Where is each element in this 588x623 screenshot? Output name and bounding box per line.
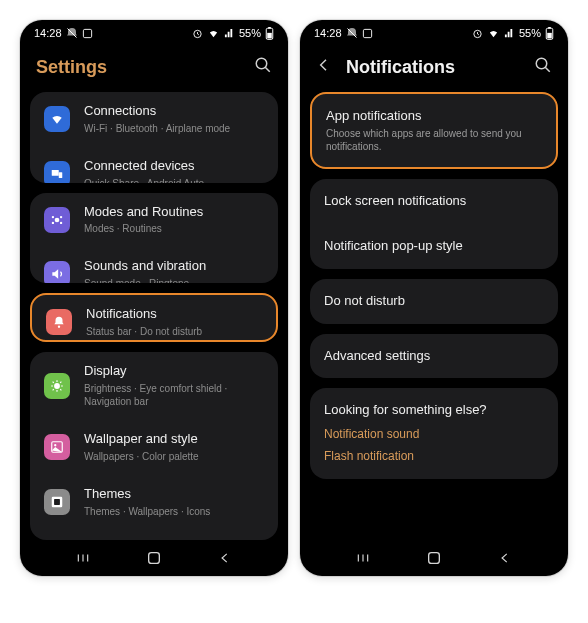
svg-point-5	[256, 58, 267, 69]
svg-point-14	[54, 383, 60, 389]
row-title: Advanced settings	[324, 348, 544, 365]
settings-row-wallpaper-and-style[interactable]: Wallpaper and styleWallpapers · Color pa…	[30, 419, 278, 474]
badge-icon	[362, 28, 373, 39]
row-subtitle: Quick Share · Android Auto	[84, 177, 264, 183]
themes-icon	[44, 489, 70, 515]
wifi-icon	[44, 106, 70, 132]
nav-home[interactable]	[134, 550, 174, 566]
page-header: Notifications	[300, 46, 568, 92]
back-button[interactable]	[316, 57, 332, 77]
signal-icon	[224, 28, 235, 39]
svg-rect-3	[268, 27, 271, 28]
svg-rect-23	[548, 27, 551, 28]
svg-point-25	[536, 58, 547, 69]
row-title: Display	[84, 363, 264, 380]
battery-text: 55%	[239, 27, 261, 39]
signal-icon	[504, 28, 515, 39]
wifi-status-icon	[207, 28, 220, 39]
looking-link-notification-sound[interactable]: Notification sound	[324, 427, 544, 441]
row-subtitle: Modes · Routines	[84, 222, 264, 235]
search-icon	[254, 56, 272, 74]
alarm-icon	[472, 28, 483, 39]
settings-row-themes[interactable]: ThemesThemes · Wallpapers · Icons	[30, 474, 278, 529]
row-subtitle: Brightness · Eye comfort shield · Naviga…	[84, 382, 264, 408]
svg-point-9	[52, 215, 54, 217]
settings-row-modes-and-routines[interactable]: Modes and RoutinesModes · Routines	[30, 193, 278, 247]
row-title: Lock screen notifications	[324, 193, 544, 210]
row-text: ThemesThemes · Wallpapers · Icons	[84, 486, 264, 518]
search-button[interactable]	[534, 56, 552, 78]
navigation-bar	[20, 540, 288, 576]
row-title: App notifications	[326, 108, 542, 125]
routines-icon	[44, 207, 70, 233]
row-title: Do not disturb	[324, 293, 544, 310]
row-text: Sounds and vibrationSound mode · Rington…	[84, 258, 264, 283]
row-subtitle: Sound mode · Ringtone	[84, 277, 264, 283]
search-button[interactable]	[254, 56, 272, 78]
devices-icon	[44, 161, 70, 183]
looking-for-card: Looking for something else?Notification …	[310, 388, 558, 479]
svg-rect-19	[149, 553, 160, 564]
svg-point-12	[60, 221, 62, 223]
svg-point-8	[55, 217, 60, 222]
row-title: Notification pop-up style	[324, 238, 544, 255]
svg-point-10	[60, 215, 62, 217]
nav-recents[interactable]	[63, 551, 103, 565]
settings-group: ConnectionsWi-Fi · Bluetooth · Airplane …	[30, 92, 278, 183]
settings-row-connected-devices[interactable]: Connected devicesQuick Share · Android A…	[30, 146, 278, 183]
row-text: Modes and RoutinesModes · Routines	[84, 204, 264, 236]
row-title: Modes and Routines	[84, 204, 264, 221]
svg-rect-4	[267, 32, 272, 38]
svg-rect-26	[429, 553, 440, 564]
svg-rect-0	[83, 29, 91, 37]
row-text: Connected devicesQuick Share · Android A…	[84, 158, 264, 183]
phone-notifications: 14:28 55% Notifications App notification…	[300, 20, 568, 576]
search-icon	[534, 56, 552, 74]
notif-group: Lock screen notificationsNotification po…	[310, 179, 558, 269]
row-subtitle: Choose which apps are allowed to send yo…	[326, 127, 542, 153]
nav-home[interactable]	[414, 550, 454, 566]
display-icon	[44, 373, 70, 399]
notif-row-do-not-disturb[interactable]: Do not disturb	[310, 279, 558, 324]
svg-rect-24	[547, 32, 552, 38]
sound-icon	[44, 261, 70, 283]
row-title: Notifications	[86, 306, 262, 323]
settings-row-sounds-and-vibration[interactable]: Sounds and vibrationSound mode · Rington…	[30, 246, 278, 283]
notif-row-lock-screen-notifications[interactable]: Lock screen notifications	[310, 179, 558, 224]
status-bar: 14:28 55%	[300, 20, 568, 46]
looking-link-flash-notification[interactable]: Flash notification	[324, 449, 544, 463]
status-time: 14:28	[314, 27, 342, 39]
settings-row-connections[interactable]: ConnectionsWi-Fi · Bluetooth · Airplane …	[30, 92, 278, 146]
notif-row-advanced-settings[interactable]: Advanced settings	[310, 334, 558, 379]
wallpaper-icon	[44, 434, 70, 460]
row-subtitle: Themes · Wallpapers · Icons	[84, 505, 264, 518]
settings-row-display[interactable]: DisplayBrightness · Eye comfort shield ·…	[30, 352, 278, 419]
row-subtitle: Wallpapers · Color palette	[84, 450, 264, 463]
page-header: Settings	[20, 46, 288, 92]
settings-row-notifications[interactable]: NotificationsStatus bar · Do not disturb	[32, 295, 276, 342]
looking-title: Looking for something else?	[324, 402, 544, 417]
dnd-icon	[66, 27, 78, 39]
notif-row-app-notifications[interactable]: App notificationsChoose which apps are a…	[312, 94, 556, 167]
row-title: Wallpaper and style	[84, 431, 264, 448]
row-title: Connected devices	[84, 158, 264, 175]
wifi-status-icon	[487, 28, 500, 39]
nav-back[interactable]	[205, 551, 245, 565]
notif-row-notification-pop-up-style[interactable]: Notification pop-up style	[310, 224, 558, 269]
svg-rect-6	[52, 170, 59, 176]
page-title: Settings	[36, 57, 107, 78]
notifications-list: App notificationsChoose which apps are a…	[300, 92, 568, 540]
notif-group: Advanced settings	[310, 334, 558, 379]
page-title: Notifications	[346, 57, 455, 78]
nav-back[interactable]	[485, 551, 525, 565]
settings-list: ConnectionsWi-Fi · Bluetooth · Airplane …	[20, 92, 288, 540]
svg-point-13	[58, 326, 60, 328]
status-bar: 14:28 55%	[20, 20, 288, 46]
settings-group: DisplayBrightness · Eye comfort shield ·…	[30, 352, 278, 540]
battery-icon	[545, 27, 554, 40]
row-subtitle: Wi-Fi · Bluetooth · Airplane mode	[84, 122, 264, 135]
row-text: ConnectionsWi-Fi · Bluetooth · Airplane …	[84, 103, 264, 135]
settings-group: NotificationsStatus bar · Do not disturb	[30, 293, 278, 342]
nav-recents[interactable]	[343, 551, 383, 565]
settings-row-home-screen[interactable]: Home screen	[30, 529, 278, 540]
